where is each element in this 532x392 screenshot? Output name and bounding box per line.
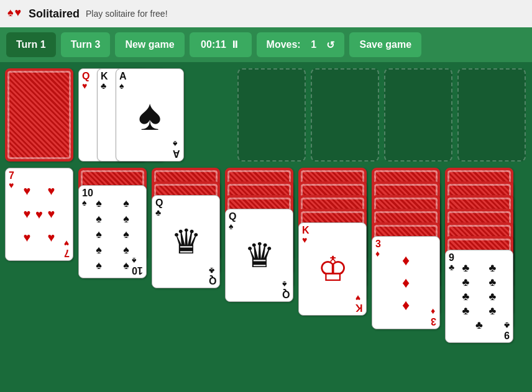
tableau-card-6-0[interactable]: 9 ♣ ♣ ♣ ♣ ♣ ♣ ♣ ♣ ♣ ♣ 9 ♣	[445, 250, 513, 343]
foundation-4[interactable]	[457, 68, 526, 162]
tableau-card-2-0[interactable]: Q ♣ ♛ Q ♣	[152, 195, 220, 288]
tableau-col-2: Q ♣ ♛ Q ♣	[152, 168, 220, 392]
rank-k-clubs: K	[101, 71, 108, 81]
tableau-col-5: 3 ♦ ♦ ♦ ♦ 3 ♦	[372, 168, 440, 392]
timer-button[interactable]: 00:11 ⏸	[190, 32, 252, 57]
logo-subtitle: Play solitaire for free!	[86, 9, 168, 19]
logo-suit-heart: ♠	[7, 7, 14, 21]
tableau-card-5-0[interactable]: 3 ♦ ♦ ♦ ♦ 3 ♦	[372, 236, 440, 329]
tableau-row: 7 ♥ ♥ ♥ ♥ ♥ ♥ ♥ ♥ 7 ♥	[5, 168, 527, 392]
tableau-col-1: 10 ♠ ♠ ♠ ♠ ♠ ♠ ♠ ♠ ♠ ♠ ♠ 10 ♠	[78, 168, 147, 392]
stock-pile[interactable]	[5, 68, 73, 162]
moves-count: 1	[311, 39, 316, 50]
waste-card-top[interactable]: A ♠ ♠ A ♠	[116, 68, 184, 162]
logo-suit-spade: ♥	[15, 7, 22, 21]
tableau-col-4: K ♥ ♔ K ♥	[298, 168, 367, 392]
foundation-1[interactable]	[237, 68, 306, 162]
waste-pile: Q ♥ Q Q ♥ K ♣ K K ♣	[78, 68, 215, 162]
rank-q-hearts: Q	[82, 71, 89, 81]
foundation-3[interactable]	[384, 68, 452, 162]
rank-a-spades: A	[119, 71, 127, 81]
game-area: Q ♥ Q Q ♥ K ♣ K K ♣	[0, 62, 532, 392]
moves-button: Moves: 1 ↺	[257, 32, 345, 57]
reset-icon[interactable]: ↺	[326, 39, 334, 51]
turn3-button[interactable]: Turn 3	[61, 32, 111, 57]
stock-card[interactable]	[5, 68, 73, 162]
tableau-col-3: Q ♠ ♛ Q ♠	[225, 168, 293, 392]
toolbar: Turn 1 Turn 3 New game 00:11 ⏸ Moves: 1 …	[0, 27, 532, 62]
timer-value: 00:11	[201, 39, 226, 50]
moves-label: Moves:	[267, 39, 301, 50]
tableau-card-4-0[interactable]: K ♥ ♔ K ♥	[298, 222, 367, 316]
tableau-card-1-0[interactable]: 10 ♠ ♠ ♠ ♠ ♠ ♠ ♠ ♠ ♠ ♠ ♠ 10 ♠	[78, 185, 147, 278]
newgame-button[interactable]: New game	[115, 32, 184, 57]
tableau-col-6: 9 ♣ ♣ ♣ ♣ ♣ ♣ ♣ ♣ ♣ ♣ 9 ♣	[445, 168, 513, 392]
logo: ♠ ♥ Solitaired Play solitaire for free!	[7, 7, 168, 21]
tableau-card-3-0[interactable]: Q ♠ ♛ Q ♠	[225, 209, 293, 302]
top-row: Q ♥ Q Q ♥ K ♣ K K ♣	[5, 68, 527, 162]
foundation-2[interactable]	[311, 68, 379, 162]
logo-title: Solitaired	[29, 7, 80, 21]
turn1-button[interactable]: Turn 1	[6, 32, 56, 57]
logo-icon: ♠ ♥	[7, 7, 25, 21]
header: ♠ ♥ Solitaired Play solitaire for free!	[0, 0, 532, 27]
pause-icon: ⏸	[230, 39, 240, 50]
savegame-button[interactable]: Save game	[349, 32, 421, 57]
tableau-card-0-0[interactable]: 7 ♥ ♥ ♥ ♥ ♥ ♥ ♥ ♥ 7 ♥	[5, 168, 73, 261]
tableau-col-0: 7 ♥ ♥ ♥ ♥ ♥ ♥ ♥ ♥ 7 ♥	[5, 168, 73, 392]
